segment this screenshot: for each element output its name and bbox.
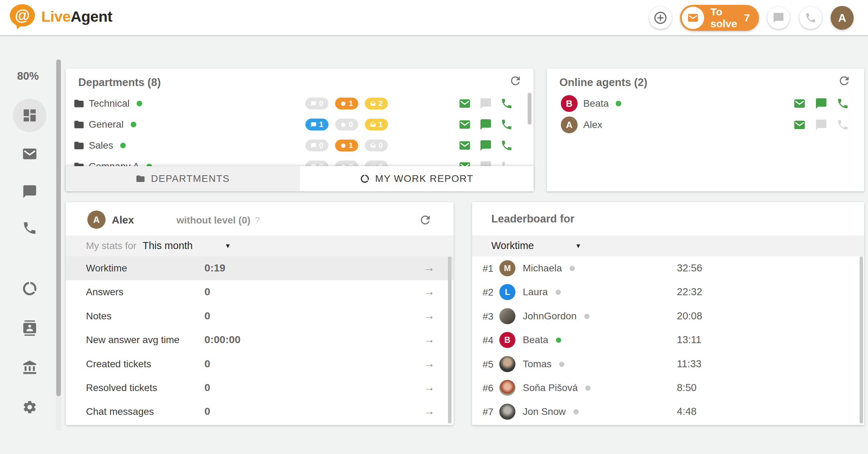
page-scrollbar-thumb[interactable]: [56, 59, 61, 396]
refresh-icon[interactable]: [509, 74, 522, 87]
period-dropdown[interactable]: This month: [143, 240, 193, 251]
chat-count-badge[interactable]: 0: [305, 98, 328, 109]
stat-row[interactable]: Answers 0 →: [66, 280, 454, 304]
add-new-button[interactable]: [649, 7, 672, 29]
user-avatar[interactable]: A: [831, 6, 854, 30]
arrow-right-icon[interactable]: →: [424, 381, 435, 394]
chevron-down-icon[interactable]: ▼: [575, 242, 581, 250]
mail-action-icon[interactable]: [458, 160, 471, 166]
leaderboard-row[interactable]: #5 Tomas 11:33: [472, 352, 864, 376]
sidebar-item-companies[interactable]: [13, 351, 46, 384]
phone-action-icon[interactable]: [837, 97, 849, 110]
leaderboard-row[interactable]: #1 M Michaela 32:56: [472, 256, 864, 280]
phone-action-icon[interactable]: [500, 139, 513, 152]
sidebar-item-dashboard[interactable]: [13, 99, 46, 132]
chat-action-icon[interactable]: [479, 139, 492, 152]
leaderboard-row[interactable]: #3 JohnGordon 20:08: [472, 304, 864, 328]
burst-icon: [340, 122, 346, 128]
stat-label: Answers: [86, 286, 123, 298]
departments-scrollbar-thumb[interactable]: [528, 93, 531, 125]
chat-action-icon[interactable]: [479, 97, 492, 110]
mail-action-icon[interactable]: [458, 97, 471, 110]
open-mail-badge[interactable]: 0: [365, 140, 388, 151]
mail-action-icon[interactable]: [793, 97, 806, 110]
leaderboard-scrollbar-thumb[interactable]: [860, 256, 863, 424]
chat-action-icon[interactable]: [815, 119, 827, 131]
burst-icon: [340, 164, 346, 166]
chat-count-badge[interactable]: 0: [305, 140, 328, 151]
status-dot: [556, 290, 561, 295]
chat-action-icon[interactable]: [479, 118, 492, 131]
rank: #3: [483, 311, 493, 322]
phone-action-icon[interactable]: [500, 97, 513, 110]
chats-button[interactable]: [767, 7, 790, 29]
arrow-right-icon[interactable]: →: [424, 357, 435, 370]
arrow-right-icon[interactable]: →: [424, 285, 435, 298]
leaderboard-row[interactable]: #4 B Beata 13:11: [472, 328, 864, 352]
calls-button[interactable]: [800, 7, 822, 29]
sidebar-item-settings[interactable]: [13, 390, 46, 424]
stat-row[interactable]: Resolved tickets 0 →: [66, 376, 454, 400]
agent-level: without level (0): [176, 215, 251, 226]
to-solve-button[interactable]: To solve 7: [680, 5, 759, 31]
new-tickets-badge[interactable]: 0: [335, 119, 358, 130]
sidebar-item-tickets[interactable]: [13, 137, 46, 171]
open-mail-badge[interactable]: 0: [365, 161, 388, 166]
tab-my-work-report[interactable]: MY WORK REPORT: [300, 166, 534, 191]
phone-action-icon[interactable]: [500, 118, 513, 131]
arrow-right-icon[interactable]: →: [424, 333, 435, 346]
sidebar-item-chats[interactable]: [13, 175, 46, 208]
refresh-icon[interactable]: [838, 74, 851, 87]
department-row[interactable]: Company A 0 0 0: [66, 156, 534, 166]
stats-scrollbar-thumb[interactable]: [448, 256, 451, 424]
stat-row[interactable]: Chat messages 0 →: [66, 400, 454, 424]
leaderboard-row[interactable]: #2 L Laura 22:32: [472, 280, 864, 304]
agent-avatar: M: [499, 260, 515, 276]
new-tickets-badge[interactable]: 0: [335, 161, 358, 166]
arrow-right-icon[interactable]: →: [424, 405, 435, 418]
mail-action-icon[interactable]: [458, 118, 471, 131]
phone-action-icon[interactable]: [837, 119, 849, 131]
open-mail-badge[interactable]: 1: [365, 119, 388, 130]
leaderboard-filter-bar: Worktime ▼: [472, 235, 864, 256]
stat-label: Worktime: [86, 263, 127, 274]
mail-action-icon[interactable]: [458, 139, 471, 152]
agent-row[interactable]: A Alex: [547, 114, 864, 135]
sidebar-item-calls[interactable]: [13, 211, 46, 245]
arrow-right-icon[interactable]: →: [424, 309, 435, 322]
department-row[interactable]: Technical 0 1 2: [66, 93, 534, 114]
burst-icon: [340, 143, 346, 149]
refresh-icon[interactable]: [419, 213, 432, 227]
stat-row[interactable]: Created tickets 0 →: [66, 352, 454, 376]
new-tickets-badge[interactable]: 1: [335, 140, 358, 151]
stat-value: 0: [204, 358, 210, 370]
leaderboard-row[interactable]: #7 Jon Snow 4:48: [472, 400, 864, 424]
department-row[interactable]: Sales 0 1 0: [66, 135, 534, 156]
chat-action-icon[interactable]: [479, 160, 492, 166]
sidebar-item-contacts[interactable]: [13, 311, 46, 345]
mail-action-icon[interactable]: [793, 119, 806, 131]
metric-dropdown[interactable]: Worktime: [491, 240, 534, 251]
agent-row[interactable]: B Beata: [547, 93, 864, 114]
open-mail-badge[interactable]: 2: [365, 98, 388, 109]
sidebar-item-reports[interactable]: [13, 272, 46, 305]
chat-action-icon[interactable]: [815, 97, 827, 110]
agent-name: Soňa Pišová: [523, 382, 578, 393]
stat-row[interactable]: Worktime 0:19 →: [66, 256, 454, 280]
my-stats-panel: A Alex without level (0) ? My stats for …: [66, 202, 454, 425]
leaderboard-row[interactable]: #6 Soňa Pišová 8:50: [472, 376, 864, 400]
departments-list: Technical 0 1 2 General 1 0 1: [66, 93, 534, 166]
department-row[interactable]: General 1 0 1: [66, 114, 534, 135]
liveagent-logo[interactable]: @ LiveAgent: [10, 4, 112, 29]
arrow-right-icon[interactable]: →: [424, 261, 435, 274]
chat-count-badge[interactable]: 1: [305, 119, 328, 130]
agent-avatar: [499, 404, 515, 420]
chevron-down-icon[interactable]: ▼: [225, 242, 231, 250]
stat-row[interactable]: New answer avg time 0:00:00 →: [66, 328, 454, 352]
stat-row[interactable]: Notes 0 →: [66, 304, 454, 328]
help-icon[interactable]: ?: [255, 215, 260, 226]
tab-departments[interactable]: DEPARTMENTS: [66, 166, 300, 191]
chat-count-badge[interactable]: 0: [305, 161, 328, 166]
phone-action-icon[interactable]: [500, 160, 513, 166]
new-tickets-badge[interactable]: 1: [335, 98, 358, 109]
